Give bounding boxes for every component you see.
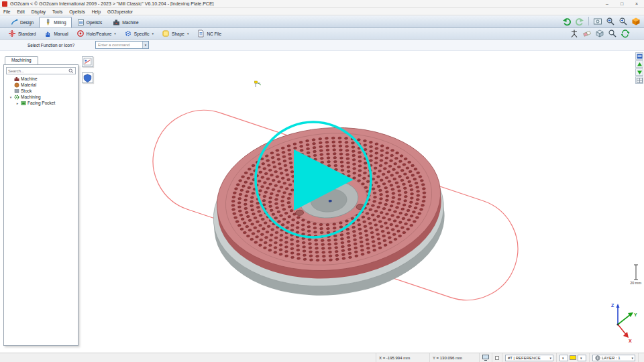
redo-icon [575, 17, 584, 26]
checkbox-icon[interactable] [495, 356, 499, 360]
button-label: Manual [54, 32, 68, 36]
status-bar: X = -195.994 mm Y = 130.096 mm #T | REFE… [0, 353, 644, 362]
arrow-up-icon [637, 62, 643, 67]
nc-file-button[interactable]: NC File [193, 29, 225, 39]
monitor-icon [482, 355, 489, 361]
tab-machine[interactable]: Machine [107, 17, 144, 27]
zoom-select-button[interactable] [607, 29, 618, 39]
search-icon [68, 68, 74, 74]
view-manager-button[interactable] [635, 52, 643, 60]
close-button[interactable]: × [629, 0, 644, 7]
tab-label: Design [20, 20, 34, 25]
chevron-down-icon: ▾ [549, 356, 551, 360]
command-combobox[interactable]: Enter a command ▾ [95, 41, 149, 49]
arrow-down-icon [637, 70, 643, 75]
ribbon-tab-row: Design Milling Opelists Machine [0, 15, 644, 28]
iso-view-button[interactable] [631, 16, 641, 26]
clamping-button[interactable] [82, 72, 93, 83]
axis-triad: ZYX [611, 303, 637, 343]
panel-tab-machining[interactable]: Machining [5, 56, 38, 64]
plane-selection-button[interactable] [82, 56, 93, 67]
tree-label: Facing Pocket [28, 101, 55, 105]
reference-combobox[interactable]: #T | REFERENCE ▾ [505, 355, 553, 361]
linestyle-combobox[interactable]: ▾ [559, 355, 568, 361]
undo-button[interactable] [561, 16, 572, 26]
tree-label: Stock [21, 88, 32, 93]
shape-icon [162, 29, 170, 38]
status-spacer [0, 353, 376, 362]
maximize-button[interactable]: □ [614, 0, 629, 7]
tree-item-material[interactable]: Material [4, 82, 78, 88]
menu-help[interactable]: Help [89, 9, 104, 14]
menu-display[interactable]: Display [28, 9, 49, 14]
datum-marker [255, 81, 262, 87]
stock-view-button[interactable] [594, 29, 605, 39]
specific-icon [124, 29, 132, 38]
menu-edit[interactable]: Edit [13, 9, 28, 14]
tab-milling[interactable]: Milling [39, 17, 71, 27]
menu-file[interactable]: File [0, 9, 13, 14]
svg-text:X: X [629, 339, 632, 343]
menu-go2operator[interactable]: GO2operator [104, 9, 136, 14]
shield-icon [83, 74, 92, 82]
redraw-icon [621, 29, 630, 38]
design-icon [11, 19, 18, 26]
iso-view-icon [631, 17, 641, 26]
pan-up-button[interactable] [635, 60, 643, 68]
grid-icon [637, 78, 643, 83]
menu-bar: File Edit Display Tools Opelists Help GO… [0, 8, 644, 15]
standard-button[interactable]: Standard [4, 29, 40, 39]
minimize-button[interactable]: – [600, 0, 614, 7]
menu-opelists[interactable]: Opelists [66, 9, 88, 14]
reference-cell: #T | REFERENCE ▾ [502, 353, 556, 362]
search-box[interactable] [6, 67, 76, 74]
specific-button[interactable]: Specific ▾ [120, 29, 158, 39]
redo-button[interactable] [574, 16, 585, 26]
x-coordinate: X = -195.994 mm [376, 353, 429, 362]
snapshot-icon [593, 17, 602, 26]
snap-toggle-cell[interactable] [492, 353, 502, 362]
color-combobox[interactable]: ▾ [578, 355, 586, 361]
color-swatch[interactable] [570, 355, 576, 360]
search-input[interactable] [7, 68, 68, 74]
magnifier-icon [608, 29, 617, 38]
hole-feature-icon [76, 29, 85, 38]
pan-down-button[interactable] [635, 68, 643, 76]
chevron-down-icon: ▾ [631, 356, 633, 360]
manual-button[interactable]: Manual [40, 29, 72, 39]
button-label: Shape [172, 32, 184, 36]
layer-combobox[interactable]: LAYER : 1 ▾ [592, 355, 635, 361]
tree-label: Machine [21, 76, 38, 81]
expander-closed-icon[interactable]: ▸ [15, 101, 19, 105]
tree-item-machining[interactable]: ▾ Machining [4, 94, 78, 100]
probe-icon [570, 29, 579, 38]
tree-item-stock[interactable]: Stock [4, 88, 78, 94]
stock-cube-icon [595, 29, 604, 38]
eraser-icon [582, 29, 592, 38]
tab-opelists[interactable]: Opelists [72, 17, 107, 27]
expander-open-icon[interactable]: ▾ [9, 95, 13, 99]
plane-icon [83, 58, 92, 66]
tab-label: Machine [122, 20, 139, 25]
layer-cell: LAYER : 1 ▾ [589, 353, 638, 362]
probe-button[interactable] [569, 29, 580, 39]
snapshot-button[interactable] [592, 16, 603, 26]
chevron-down-icon[interactable]: ▾ [142, 42, 148, 48]
button-label: NC File [207, 32, 221, 36]
zoom-window-button[interactable] [605, 16, 616, 26]
tree-item-facing-pocket[interactable]: ▸ Facing Pocket [4, 100, 78, 106]
menu-tools[interactable]: Tools [49, 9, 66, 14]
nc-file-icon [197, 29, 205, 38]
tab-design[interactable]: Design [5, 17, 39, 27]
screen-mode-cell[interactable] [479, 353, 492, 362]
hole-feature-button[interactable]: Hole/Feature ▾ [72, 29, 120, 39]
viewport-canvas[interactable]: ZYX [0, 0, 644, 362]
zoom-button[interactable] [618, 16, 629, 26]
list-views-button[interactable] [635, 76, 643, 84]
shape-button[interactable]: Shape ▾ [158, 29, 193, 39]
redraw-button[interactable] [620, 29, 631, 39]
svg-text:Y: Y [634, 312, 637, 317]
eraser-button[interactable] [582, 29, 592, 39]
scale-bar-icon [633, 264, 639, 280]
tree-item-machine[interactable]: Machine [4, 76, 78, 82]
